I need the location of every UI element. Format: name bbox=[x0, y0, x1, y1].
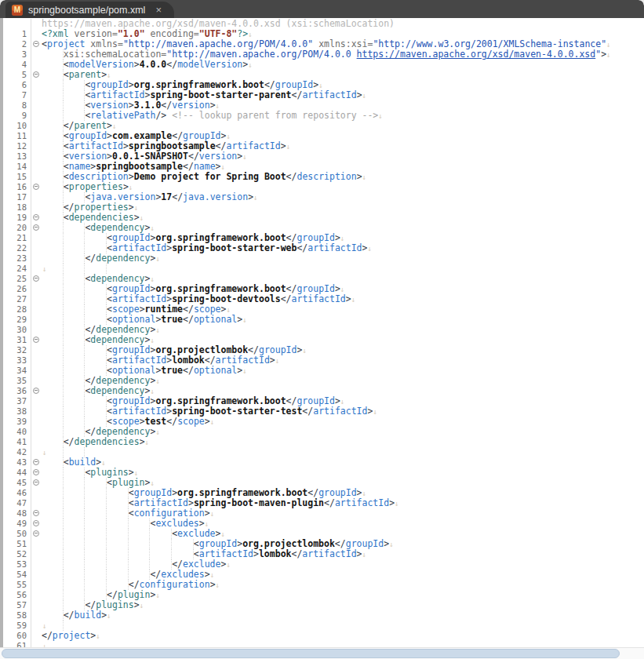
indent-guide bbox=[85, 580, 107, 590]
code-line: 27<artifactId>spring-boot-devtools</arti… bbox=[3, 294, 644, 304]
code-token: spring-boot-maven-plugin bbox=[194, 497, 324, 508]
fold-gutter bbox=[31, 274, 42, 284]
indent-guide bbox=[85, 284, 107, 294]
fold-gutter bbox=[31, 396, 42, 406]
schema-hint-text: https://maven.apache.org/xsd/maven-4.0.0… bbox=[42, 18, 395, 29]
code-token: > bbox=[134, 599, 140, 610]
line-number: 15 bbox=[3, 172, 31, 182]
line-number: 36 bbox=[3, 386, 31, 396]
indent-guide bbox=[64, 223, 86, 233]
code-token: groupId bbox=[297, 395, 334, 406]
fold-gutter bbox=[31, 386, 42, 396]
line-number: 9 bbox=[3, 111, 31, 121]
tab-pom-xml[interactable]: M springbootsample/pom.xml × bbox=[5, 2, 174, 18]
fold-gutter bbox=[31, 366, 42, 376]
fold-marker-icon[interactable] bbox=[33, 71, 39, 78]
indent-guide bbox=[42, 345, 64, 355]
line-ending-icon: ↓ bbox=[389, 540, 394, 548]
indent-guide bbox=[64, 90, 86, 100]
scrollbar-thumb[interactable] bbox=[2, 649, 620, 658]
fold-marker-icon[interactable] bbox=[33, 510, 39, 516]
indent-guide bbox=[64, 274, 86, 284]
line-number: 45 bbox=[3, 478, 31, 488]
fold-marker-icon[interactable] bbox=[33, 469, 39, 475]
code-token: test bbox=[145, 416, 167, 427]
line-number: 35 bbox=[3, 376, 31, 386]
code-token: xmlns= bbox=[85, 38, 122, 49]
code-token: < bbox=[64, 151, 69, 162]
line-number: 57 bbox=[3, 600, 31, 610]
code-token: scope bbox=[177, 416, 205, 427]
code-token: org.springframework.boot bbox=[155, 283, 286, 294]
code-token: < bbox=[107, 344, 112, 355]
fold-gutter bbox=[31, 641, 42, 647]
indent-guide bbox=[64, 549, 86, 559]
code-line: 55</configuration>↓ bbox=[3, 580, 644, 590]
code-token: < bbox=[107, 355, 112, 366]
indent-guide bbox=[42, 304, 64, 315]
fold-marker-icon[interactable] bbox=[33, 275, 39, 282]
code-token: org.springframework.boot bbox=[134, 79, 264, 90]
line-ending-icon: ↓ bbox=[210, 570, 215, 579]
fold-marker-icon[interactable] bbox=[33, 214, 39, 220]
fold-marker-icon[interactable] bbox=[33, 337, 39, 343]
fold-gutter bbox=[31, 580, 42, 590]
horizontal-scrollbar[interactable] bbox=[0, 647, 644, 659]
indent-guide bbox=[42, 376, 64, 386]
fold-marker-icon[interactable] bbox=[33, 520, 39, 526]
code-line: 49<excludes>↓ bbox=[3, 519, 644, 529]
code-token: > bbox=[335, 395, 340, 406]
fold-gutter bbox=[31, 478, 42, 488]
fold-gutter bbox=[31, 29, 42, 39]
code-token: scope bbox=[194, 304, 221, 315]
line-ending-icon: ↓ bbox=[606, 40, 611, 49]
code-token: > bbox=[140, 304, 145, 315]
code-token: > bbox=[216, 161, 221, 172]
fold-marker-icon[interactable] bbox=[33, 184, 39, 190]
code-editor[interactable]: https://maven.apache.org/xsd/maven-4.0.0… bbox=[0, 18, 644, 647]
code-token: < bbox=[107, 304, 112, 315]
fold-marker-icon[interactable] bbox=[33, 388, 39, 394]
line-number: 53 bbox=[3, 559, 31, 570]
schema-link[interactable]: https://maven.apache.org/xsd/maven-4.0.0… bbox=[357, 49, 596, 60]
code-token: org.springframework.boot bbox=[155, 395, 286, 406]
fold-marker-icon[interactable] bbox=[33, 41, 39, 47]
indent-guide bbox=[150, 539, 172, 549]
line-ending-icon: ↓ bbox=[140, 601, 144, 610]
fold-marker-icon[interactable] bbox=[33, 224, 39, 231]
line-number: 34 bbox=[3, 366, 31, 376]
code-token: xmlns:xsi= bbox=[313, 38, 373, 49]
line-number: 37 bbox=[3, 396, 31, 406]
code-token: < bbox=[107, 232, 112, 243]
code-token: relativePath bbox=[90, 110, 155, 121]
line-ending-icon: ↓ bbox=[226, 560, 231, 569]
code-token: version bbox=[199, 151, 237, 162]
indent-guide bbox=[85, 498, 107, 508]
fold-gutter bbox=[31, 162, 42, 172]
close-icon[interactable]: × bbox=[155, 5, 162, 15]
line-number: 26 bbox=[3, 284, 31, 294]
fold-gutter bbox=[31, 437, 42, 447]
indent-guide bbox=[64, 253, 86, 264]
fold-marker-icon[interactable] bbox=[33, 459, 39, 465]
code-line: 44<plugins>↓ bbox=[3, 468, 644, 478]
fold-marker-icon[interactable] bbox=[33, 530, 39, 537]
code-token: project bbox=[47, 38, 85, 49]
code-token: </ bbox=[183, 304, 194, 315]
indent-guide bbox=[42, 529, 64, 539]
line-number: 59 bbox=[3, 621, 31, 631]
code-token: < bbox=[107, 416, 112, 427]
code-line: 41</dependencies>↓ bbox=[3, 437, 644, 447]
fold-gutter bbox=[31, 90, 42, 100]
code-token: modelVersion bbox=[177, 59, 242, 70]
code-token: true bbox=[161, 365, 183, 376]
indent-guide bbox=[64, 539, 86, 549]
line-ending-icon: ↓ bbox=[606, 50, 611, 59]
line-number: 31 bbox=[3, 335, 31, 345]
code-line: 28<scope>runtime</scope>↓ bbox=[3, 304, 644, 315]
code-token: groupId bbox=[112, 232, 150, 243]
fold-marker-icon[interactable] bbox=[33, 479, 39, 486]
indent-guide bbox=[64, 80, 86, 90]
indent-guide bbox=[85, 549, 107, 559]
line-number: 54 bbox=[3, 570, 31, 580]
